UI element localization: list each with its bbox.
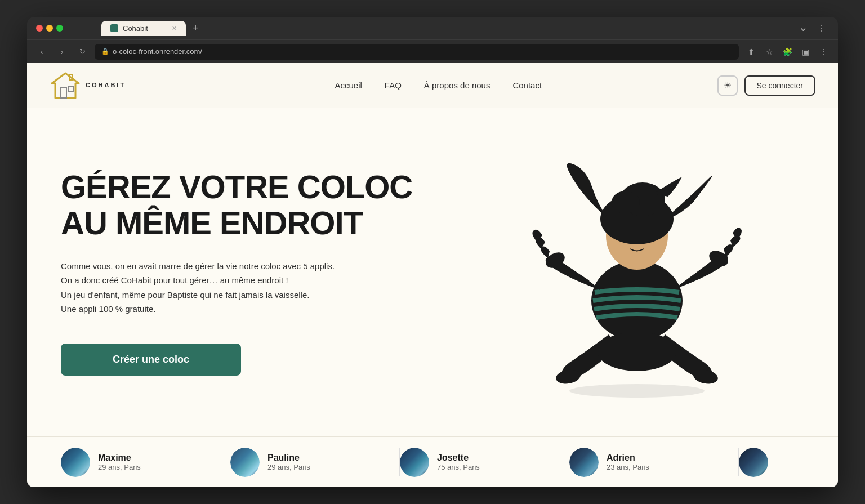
profile-item: Pauline 29 ans, Paris — [230, 448, 399, 477]
profile-item — [739, 448, 784, 477]
profile-item: Josette 75 ans, Paris — [400, 448, 569, 477]
nav-link-accueil[interactable]: Accueil — [335, 81, 362, 90]
window-minimize-icon[interactable]: ⌄ — [795, 20, 811, 36]
extensions-icon[interactable]: 🧩 — [779, 44, 795, 60]
avatar-image — [230, 448, 260, 477]
nav-links: Accueil FAQ À propos de nous Contact — [159, 81, 717, 90]
profile-info: Maxime 29 ans, Paris — [98, 453, 141, 471]
profile-avatar — [61, 448, 90, 477]
browser-menu-icon[interactable]: ⋮ — [815, 44, 831, 60]
theme-toggle-button[interactable]: ☀ — [717, 75, 738, 96]
hero-content: GÉREZ VOTRE COLOC AU MÊME ENDROIT Comme … — [61, 169, 470, 376]
bookmark-icon[interactable]: ☆ — [761, 44, 777, 60]
profile-meta: 75 ans, Paris — [437, 463, 480, 471]
nav-link-about[interactable]: À propos de nous — [424, 81, 491, 90]
avatar-image — [569, 448, 599, 477]
site-nav: COHABIT Accueil FAQ À propos de nous Con… — [27, 63, 838, 108]
tab-title: Cohabit — [123, 24, 148, 33]
logo-area: COHABIT — [50, 70, 126, 101]
hero-description: Comme vous, on en avait marre de gérer l… — [61, 259, 342, 316]
create-coloc-button[interactable]: Créer une coloc — [61, 344, 241, 376]
title-bar: Cohabit ✕ + ⌄ ⋮ — [27, 17, 838, 39]
profile-avatar — [400, 448, 429, 477]
browser-window: Cohabit ✕ + ⌄ ⋮ ‹ › ↻ 🔒 o-coloc-front.on… — [27, 17, 838, 487]
logo-text: COHABIT — [86, 82, 126, 88]
browser-chrome: Cohabit ✕ + ⌄ ⋮ ‹ › ↻ 🔒 o-coloc-front.on… — [27, 17, 838, 63]
profile-meta: 23 ans, Paris — [607, 463, 649, 471]
browser-tab[interactable]: Cohabit ✕ — [101, 21, 186, 36]
profile-meta: 29 ans, Paris — [98, 463, 141, 471]
hero-title: GÉREZ VOTRE COLOC AU MÊME ENDROIT — [61, 169, 470, 241]
lock-icon: 🔒 — [101, 48, 109, 55]
address-bar-row: ‹ › ↻ 🔒 o-coloc-front.onrender.com/ ⬆ ☆ … — [27, 39, 838, 63]
profile-avatar — [569, 448, 599, 477]
meditation-illustration — [502, 137, 772, 408]
tab-favicon — [110, 24, 118, 32]
logo-icon — [50, 70, 81, 101]
website-content: COHABIT Accueil FAQ À propos de nous Con… — [27, 63, 838, 487]
svg-rect-2 — [69, 87, 73, 91]
svg-marker-0 — [52, 73, 79, 98]
tab-close-icon[interactable]: ✕ — [172, 25, 177, 32]
svg-point-9 — [612, 191, 640, 213]
kebab-menu-icon[interactable]: ⋮ — [813, 20, 829, 36]
svg-point-15 — [569, 384, 705, 398]
minimize-window-button[interactable] — [46, 25, 53, 32]
profile-avatar — [739, 448, 768, 477]
profile-item: Adrien 23 ans, Paris — [569, 448, 738, 477]
avatar-image — [739, 448, 768, 477]
close-window-button[interactable] — [36, 25, 43, 32]
forward-button[interactable]: › — [54, 44, 70, 60]
back-button[interactable]: ‹ — [34, 44, 50, 60]
sidebar-icon[interactable]: ▣ — [797, 44, 813, 60]
svg-point-12 — [598, 332, 676, 371]
nav-link-contact[interactable]: Contact — [512, 81, 542, 90]
hero-illustration — [470, 108, 804, 436]
profile-info: Adrien 23 ans, Paris — [607, 453, 649, 471]
reload-button[interactable]: ↻ — [74, 44, 90, 60]
address-bar[interactable]: 🔒 o-coloc-front.onrender.com/ — [95, 44, 739, 60]
new-tab-button[interactable]: + — [188, 20, 203, 37]
login-button[interactable]: Se connecter — [744, 75, 816, 96]
maximize-window-button[interactable] — [56, 25, 63, 32]
profile-name: Josette — [437, 453, 480, 463]
profiles-strip: Maxime 29 ans, Paris Pauline 29 ans, Par… — [27, 436, 838, 487]
traffic-lights — [36, 25, 63, 32]
nav-link-faq[interactable]: FAQ — [385, 81, 402, 90]
profile-name: Maxime — [98, 453, 141, 463]
logo-text-area: COHABIT — [86, 82, 126, 88]
share-icon[interactable]: ⬆ — [743, 44, 759, 60]
profile-avatar — [230, 448, 260, 477]
avatar-image — [61, 448, 90, 477]
svg-rect-1 — [61, 88, 66, 98]
hero-section: GÉREZ VOTRE COLOC AU MÊME ENDROIT Comme … — [27, 108, 838, 436]
profile-info: Pauline 29 ans, Paris — [267, 453, 310, 471]
profile-info: Josette 75 ans, Paris — [437, 453, 480, 471]
avatar-image — [400, 448, 429, 477]
address-text: o-coloc-front.onrender.com/ — [113, 47, 202, 56]
toolbar-actions: ⬆ ☆ 🧩 ▣ ⋮ — [743, 44, 831, 60]
profile-item: Maxime 29 ans, Paris — [61, 448, 230, 477]
profile-meta: 29 ans, Paris — [267, 463, 310, 471]
nav-actions: ☀ Se connecter — [717, 75, 816, 96]
profile-name: Adrien — [607, 453, 649, 463]
profile-name: Pauline — [267, 453, 310, 463]
